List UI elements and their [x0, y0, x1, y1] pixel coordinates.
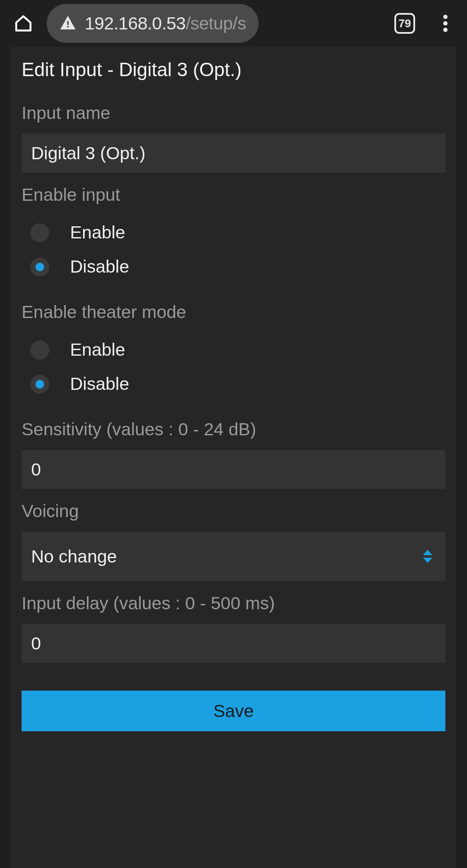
voicing-value: No change: [31, 547, 117, 567]
radio-label: Disable: [70, 257, 129, 277]
radio-label: Enable: [70, 222, 125, 243]
warning-icon: [59, 14, 77, 32]
page-title: Edit Input - Digital 3 (Opt.): [22, 59, 445, 80]
theater-mode-enable-option[interactable]: Enable: [22, 333, 445, 367]
theater-mode-label: Enable theater mode: [22, 302, 445, 322]
save-button[interactable]: Save: [22, 691, 445, 731]
svg-rect-1: [67, 26, 69, 28]
input-delay-field[interactable]: [22, 624, 445, 663]
browser-toolbar: 192.168.0.53/setup/sou 79: [0, 0, 467, 47]
theater-mode-disable-option[interactable]: Disable: [22, 367, 445, 401]
home-icon: [14, 14, 33, 33]
menu-button[interactable]: [432, 10, 458, 36]
radio-label: Disable: [70, 374, 129, 394]
voicing-select[interactable]: No change: [22, 532, 445, 581]
home-button[interactable]: [9, 9, 38, 38]
radio-icon: [30, 223, 49, 242]
dots-vertical-icon: [443, 15, 448, 32]
enable-input-label: Enable input: [22, 185, 445, 205]
select-arrows-icon: [423, 550, 432, 563]
tab-count-value: 79: [399, 17, 411, 30]
enable-input-disable-option[interactable]: Disable: [22, 250, 445, 284]
tab-count-button[interactable]: 79: [394, 13, 415, 34]
radio-label: Enable: [70, 340, 125, 360]
radio-icon: [30, 341, 49, 360]
svg-point-3: [443, 21, 448, 26]
svg-point-2: [443, 15, 448, 19]
voicing-label: Voicing: [22, 501, 445, 521]
url-text: 192.168.0.53/setup/sou: [85, 13, 246, 34]
radio-icon: [30, 375, 49, 394]
enable-input-enable-option[interactable]: Enable: [22, 215, 445, 250]
svg-point-4: [443, 28, 448, 32]
radio-icon: [30, 257, 49, 276]
url-host: 192.168.0.53: [85, 13, 186, 33]
sensitivity-label: Sensitivity (values : 0 - 24 dB): [22, 419, 445, 440]
input-delay-label: Input delay (values : 0 - 500 ms): [22, 593, 445, 614]
page-content: Edit Input - Digital 3 (Opt.) Input name…: [11, 47, 456, 868]
url-bar[interactable]: 192.168.0.53/setup/sou: [47, 4, 259, 43]
url-path: /setup/sou: [186, 13, 246, 33]
input-name-field[interactable]: [22, 134, 445, 173]
svg-rect-0: [67, 21, 69, 25]
input-name-label: Input name: [22, 103, 445, 123]
sensitivity-field[interactable]: [22, 450, 445, 489]
